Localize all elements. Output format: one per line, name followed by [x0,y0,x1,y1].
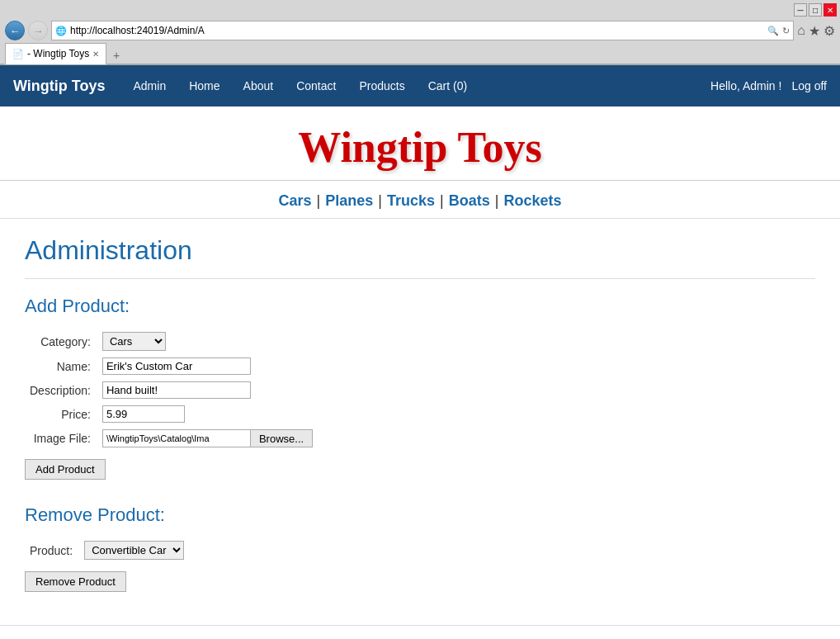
greeting-text: Hello, Admin ! [710,79,781,92]
footer: © 2013 - Wingtip Toys [0,625,840,639]
page-heading: Administration [25,235,815,279]
browser-titlebar: ─ □ ✕ [0,0,840,18]
add-product-form: Category: Cars Planes Trucks Boats Rocke… [25,329,318,451]
navbar-link-products[interactable]: Products [347,68,416,104]
remove-product-heading: Remove Product: [25,504,815,526]
minimize-button[interactable]: ─ [794,3,807,17]
price-row: Price: [25,402,318,426]
sep-3: | [440,192,444,210]
navbar-link-admin[interactable]: Admin [122,68,178,104]
price-input[interactable] [102,405,185,423]
category-rockets[interactable]: Rockets [503,192,561,210]
category-boats[interactable]: Boats [449,192,490,210]
favorites-icon[interactable]: ★ [809,23,820,39]
description-row: Description: [25,378,318,402]
browser-chrome: ─ □ ✕ ← → 🌐 🔍 ↻ ⌂ ★ ⚙ 📄 - Wingtip Toys ✕… [0,0,840,65]
category-nav: Cars | Planes | Trucks | Boats | Rockets [0,181,840,219]
description-label: Description: [25,378,97,402]
file-input-group: \WingtipToys\Catalog\Ima Browse... [102,429,313,447]
navbar-link-cart[interactable]: Cart (0) [417,68,479,104]
category-trucks[interactable]: Trucks [387,192,435,210]
navbar-link-contact[interactable]: Contact [285,68,347,104]
tab-favicon: 📄 [12,49,24,59]
navbar-link-home[interactable]: Home [177,68,231,104]
product-row: Product: Convertible Car Sports Car Race… [25,537,189,563]
remove-product-button[interactable]: Remove Product [25,571,126,592]
active-tab[interactable]: 📄 - Wingtip Toys ✕ [5,43,106,64]
category-cars[interactable]: Cars [279,192,312,210]
name-label: Name: [25,354,97,378]
new-tab-button[interactable]: + [108,47,125,64]
add-product-heading: Add Product: [25,296,815,317]
image-row: Image File: \WingtipToys\Catalog\Ima Bro… [25,426,318,451]
browser-toolbar: ← → 🌐 🔍 ↻ ⌂ ★ ⚙ [0,18,840,43]
browse-button[interactable]: Browse... [251,429,313,447]
address-icon: 🌐 [55,26,67,36]
add-product-button[interactable]: Add Product [25,459,106,480]
remove-product-form: Product: Convertible Car Sports Car Race… [25,537,189,563]
navbar: Wingtip Toys Admin Home About Contact Pr… [0,65,840,106]
site-title: Wingtip Toys [0,123,840,172]
maximize-button[interactable]: □ [809,3,822,17]
product-select[interactable]: Convertible Car Sports Car Race Car [84,541,184,560]
address-bar: 🌐 🔍 ↻ [51,21,794,40]
sep-4: | [495,192,499,210]
forward-button[interactable]: → [28,21,48,40]
search-icon[interactable]: 🔍 [767,26,779,36]
main-content: Administration Add Product: Category: Ca… [0,219,840,608]
logoff-link[interactable]: Log off [791,79,827,92]
name-input[interactable] [102,357,251,375]
home-icon[interactable]: ⌂ [797,23,805,38]
sep-2: | [378,192,382,210]
category-planes[interactable]: Planes [325,192,373,210]
category-select[interactable]: Cars Planes Trucks Boats Rockets [102,332,166,351]
category-row: Category: Cars Planes Trucks Boats Rocke… [25,329,318,354]
navbar-brand[interactable]: Wingtip Toys [13,78,106,95]
url-input[interactable] [70,25,764,36]
remove-product-section: Remove Product: Product: Convertible Car… [25,504,815,592]
description-input[interactable] [102,381,251,399]
tab-title: - Wingtip Toys [27,48,89,59]
navbar-links: Admin Home About Contact Products Cart (… [122,68,711,104]
close-button[interactable]: ✕ [823,3,837,17]
navbar-right: Hello, Admin ! Log off [710,79,827,92]
name-row: Name: [25,354,318,378]
category-label: Category: [25,329,97,354]
navbar-link-about[interactable]: About [232,68,286,104]
tab-bar: 📄 - Wingtip Toys ✕ + [0,43,840,64]
refresh-icon[interactable]: ↻ [782,26,790,36]
back-button[interactable]: ← [5,21,25,40]
image-label: Image File: [25,426,97,451]
site-header: Wingtip Toys [0,106,840,181]
settings-icon[interactable]: ⚙ [823,23,835,39]
sep-1: | [317,192,321,210]
product-label: Product: [25,537,79,563]
tab-close-button[interactable]: ✕ [92,50,99,59]
price-label: Price: [25,402,97,426]
add-product-section: Add Product: Category: Cars Planes Truck… [25,296,815,480]
file-path-text: \WingtipToys\Catalog\Ima [102,429,251,447]
